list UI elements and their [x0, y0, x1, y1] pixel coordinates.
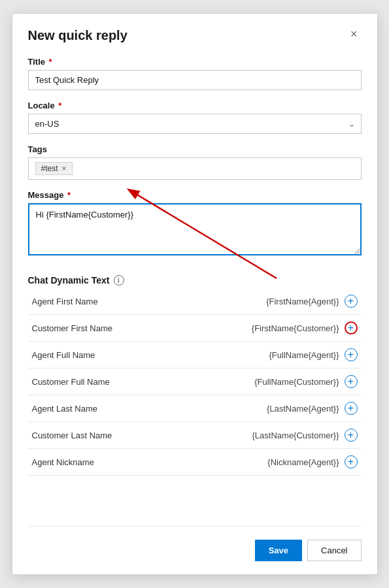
message-required: *: [65, 190, 71, 200]
close-button[interactable]: ×: [347, 27, 362, 41]
dynamic-rows-container: Agent First Name{FirstName{Agent}}+Custo…: [28, 288, 362, 476]
dynamic-row: Agent First Name{FirstName{Agent}}+: [28, 288, 362, 315]
dynamic-row-value: {LastName{Agent}}+: [267, 402, 358, 415]
dynamic-row-label: Customer Last Name: [32, 431, 178, 440]
dynamic-row-value: {FullName{Agent}}+: [269, 348, 358, 361]
locale-select-wrapper: en-US fr-FR de-DE es-ES ⌄: [28, 114, 362, 134]
dynamic-row-value: {Nickname{Agent}}+: [267, 455, 357, 468]
dynamic-row-label: Agent Full Name: [32, 350, 178, 360]
save-button[interactable]: Save: [255, 540, 302, 561]
dynamic-code: {LastName{Agent}}: [267, 404, 339, 414]
message-label: Message *: [28, 190, 362, 200]
dynamic-row-value: {FullName{Customer}}+: [254, 375, 357, 388]
dynamic-code: {FullName{Customer}}: [254, 377, 339, 387]
dynamic-row: Agent Last Name{LastName{Agent}}+: [28, 395, 362, 422]
add-dynamic-button[interactable]: +: [345, 348, 358, 361]
tag-text: #test: [41, 164, 58, 173]
dialog-header: New quick reply ×: [28, 27, 362, 44]
title-group: Title *: [28, 57, 362, 90]
dynamic-row-value: {FirstName{Customer}}+: [252, 321, 358, 335]
dynamic-row-value: {LastName{Customer}}+: [252, 429, 358, 442]
dynamic-code: {LastName{Customer}}: [252, 431, 339, 440]
add-dynamic-button[interactable]: +: [345, 455, 358, 468]
message-textarea[interactable]: Hi {FirstName{Customer}}: [28, 203, 362, 255]
dynamic-row-value: {FirstName{Agent}}+: [266, 295, 357, 308]
dynamic-row: Customer Full Name{FullName{Customer}}+: [28, 368, 362, 395]
tags-group: Tags #test ×: [28, 144, 362, 180]
title-required: *: [46, 57, 52, 67]
tag-remove-button[interactable]: ×: [62, 165, 67, 172]
dynamic-row-label: Agent First Name: [32, 297, 178, 306]
dynamic-row: Customer First Name{FirstName{Customer}}…: [28, 315, 362, 342]
title-label: Title *: [28, 57, 362, 67]
locale-label: Locale *: [28, 101, 362, 110]
tags-label: Tags: [28, 144, 362, 154]
chat-dynamic-title: Chat Dynamic Text i: [28, 275, 362, 286]
dynamic-code: {FirstName{Agent}}: [266, 297, 339, 306]
dynamic-row-label: Agent Nickname: [32, 457, 178, 467]
dynamic-row: Agent Full Name{FullName{Agent}}+: [28, 342, 362, 368]
add-dynamic-button[interactable]: +: [345, 402, 358, 415]
dynamic-row-label: Customer First Name: [32, 323, 178, 333]
add-dynamic-button[interactable]: +: [345, 321, 358, 335]
message-group: Message * Hi {FirstName{Customer}}: [28, 190, 362, 258]
locale-required: *: [56, 101, 62, 110]
title-input[interactable]: [28, 70, 362, 90]
tags-input[interactable]: #test ×: [28, 157, 362, 180]
dynamic-row: Agent Nickname{Nickname{Agent}}+: [28, 449, 362, 476]
tag-item: #test ×: [35, 162, 73, 175]
new-quick-reply-dialog: New quick reply × Title * Locale * en-US…: [12, 13, 378, 575]
info-icon[interactable]: i: [114, 275, 124, 286]
dialog-footer: Save Cancel: [28, 526, 362, 561]
locale-group: Locale * en-US fr-FR de-DE es-ES ⌄: [28, 101, 362, 134]
dynamic-code: {FirstName{Customer}}: [252, 323, 339, 333]
dynamic-code: {Nickname{Agent}}: [267, 457, 339, 467]
dynamic-row-label: Customer Full Name: [32, 377, 178, 387]
add-dynamic-button[interactable]: +: [345, 375, 358, 388]
chat-dynamic-section: Chat Dynamic Text i Agent First Name{Fir…: [28, 275, 362, 526]
locale-select[interactable]: en-US fr-FR de-DE es-ES: [28, 114, 362, 134]
dynamic-code: {FullName{Agent}}: [269, 350, 339, 360]
add-dynamic-button[interactable]: +: [345, 429, 358, 442]
cancel-button[interactable]: Cancel: [307, 540, 361, 561]
dialog-title: New quick reply: [28, 27, 127, 44]
dynamic-row: Customer Last Name{LastName{Customer}}+: [28, 422, 362, 449]
dynamic-row-label: Agent Last Name: [32, 404, 178, 414]
add-dynamic-button[interactable]: +: [345, 295, 358, 308]
